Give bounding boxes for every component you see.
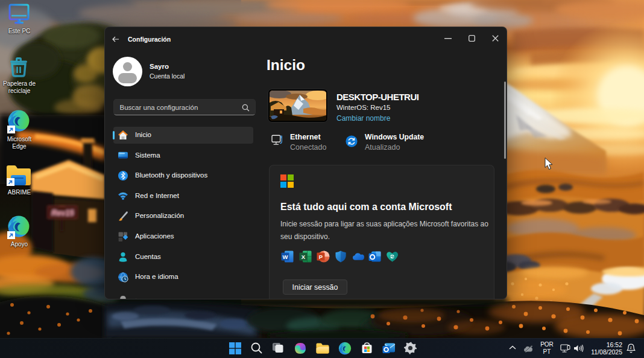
svg-text:P: P xyxy=(319,254,323,260)
svg-text:W: W xyxy=(283,254,288,260)
svg-text:Rev15: Rev15 xyxy=(52,209,75,217)
svg-text:X: X xyxy=(301,254,306,260)
svg-text:z: z xyxy=(630,345,632,350)
